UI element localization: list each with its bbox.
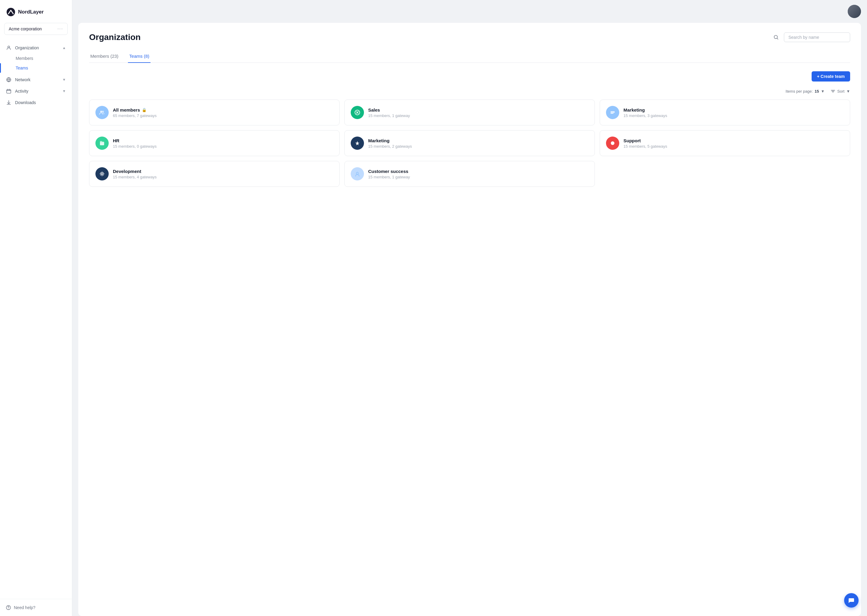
org-icon xyxy=(6,45,11,50)
org-chevron-icon: ▲ xyxy=(62,46,66,50)
sidebar-item-teams[interactable]: Teams xyxy=(16,63,72,73)
team-avatar xyxy=(95,167,109,181)
sidebar-item-downloads[interactable]: Downloads xyxy=(0,97,72,108)
logo-area: NordLayer xyxy=(0,0,72,23)
help-icon xyxy=(6,605,11,610)
team-avatar xyxy=(351,137,364,150)
team-name: HR xyxy=(113,138,156,143)
main-content: Organization Members (23) Teams (8) xyxy=(72,0,867,616)
downloads-nav-label: Downloads xyxy=(15,100,36,105)
team-card-customer-success[interactable]: Customer success 15 members, 1 gateway xyxy=(344,161,595,187)
search-input[interactable] xyxy=(784,33,850,42)
team-info: Support 15 members, 5 gateways xyxy=(623,138,667,149)
team-info: Sales 15 members, 1 gateway xyxy=(368,107,410,118)
lock-icon: 🔒 xyxy=(142,108,147,112)
network-chevron-icon: ▼ xyxy=(62,78,66,82)
team-info: Customer success 15 members, 1 gateway xyxy=(368,169,410,179)
team-info: All members🔒 65 members, 7 gateways xyxy=(113,107,156,118)
sidebar-item-network[interactable]: Network ▼ xyxy=(0,74,72,85)
team-card-marketing-1[interactable]: Marketing 15 members, 3 gateways xyxy=(600,99,850,126)
svg-point-7 xyxy=(102,111,104,113)
sort-icon xyxy=(831,89,835,94)
app-name: NordLayer xyxy=(18,9,44,15)
team-card-marketing-2[interactable]: Marketing 15 members, 2 gateways xyxy=(344,130,595,156)
svg-point-11 xyxy=(356,172,359,174)
search-area xyxy=(771,33,850,42)
sort-control[interactable]: Sort ▼ xyxy=(831,89,850,94)
nav-section-organization: Organization ▲ Members Teams xyxy=(0,42,72,73)
list-controls: Items per page: 15 ▼ Sort ▼ xyxy=(89,89,850,94)
teams-grid: All members🔒 65 members, 7 gateways Sale… xyxy=(89,99,850,187)
team-avatar xyxy=(606,137,619,150)
svg-point-10 xyxy=(101,173,103,175)
team-card-development[interactable]: Development 15 members, 4 gateways xyxy=(89,161,340,187)
download-icon xyxy=(6,100,11,105)
chat-icon xyxy=(848,597,854,603)
team-meta: 15 members, 0 gateways xyxy=(113,144,156,149)
team-name: Marketing xyxy=(623,107,667,113)
team-info: HR 15 members, 0 gateways xyxy=(113,138,156,149)
team-card-hr[interactable]: HR 15 members, 0 gateways xyxy=(89,130,340,156)
team-avatar xyxy=(95,106,109,119)
page-header: Organization xyxy=(89,33,850,42)
team-name: All members🔒 xyxy=(113,107,156,113)
activity-nav-label: Activity xyxy=(15,89,28,94)
svg-point-9 xyxy=(611,141,615,145)
team-card-all-members[interactable]: All members🔒 65 members, 7 gateways xyxy=(89,99,340,126)
sidebar-footer: Need help? xyxy=(0,599,72,616)
org-name: Acme corporation xyxy=(9,27,42,31)
topbar xyxy=(78,0,861,23)
svg-rect-3 xyxy=(6,90,11,93)
nordlayer-logo-icon xyxy=(6,7,16,17)
team-info: Marketing 15 members, 2 gateways xyxy=(368,138,412,149)
sidebar-item-organization[interactable]: Organization ▲ xyxy=(0,42,72,53)
svg-point-0 xyxy=(6,8,15,16)
svg-point-6 xyxy=(100,111,102,113)
page-title: Organization xyxy=(89,33,140,42)
tab-members[interactable]: Members (23) xyxy=(89,50,120,63)
content-panel: Organization Members (23) Teams (8) xyxy=(78,23,861,616)
user-avatar[interactable] xyxy=(848,5,861,18)
team-meta: 15 members, 3 gateways xyxy=(623,113,667,118)
team-avatar xyxy=(351,106,364,119)
team-name: Marketing xyxy=(368,138,412,143)
search-icon-button[interactable] xyxy=(771,33,781,42)
toolbar: + Create team xyxy=(89,71,850,82)
team-avatar xyxy=(606,106,619,119)
svg-point-1 xyxy=(8,46,9,48)
items-per-page-control[interactable]: Items per page: 15 ▼ xyxy=(786,89,825,94)
create-team-button[interactable]: + Create team xyxy=(812,71,850,82)
team-info: Marketing 15 members, 3 gateways xyxy=(623,107,667,118)
org-selector[interactable]: Acme corporation ··· xyxy=(4,23,68,35)
team-name: Sales xyxy=(368,107,410,113)
svg-point-5 xyxy=(774,36,777,39)
org-options-icon[interactable]: ··· xyxy=(57,26,63,31)
team-name: Support xyxy=(623,138,667,143)
sidebar: NordLayer Acme corporation ··· Organizat… xyxy=(0,0,72,616)
org-nav-label: Organization xyxy=(15,46,39,50)
team-meta: 65 members, 7 gateways xyxy=(113,113,156,118)
search-icon xyxy=(773,35,779,40)
sidebar-item-activity[interactable]: Activity ▼ xyxy=(0,85,72,97)
team-avatar xyxy=(351,167,364,181)
active-bar xyxy=(0,63,1,73)
chat-fab[interactable] xyxy=(844,593,859,608)
team-name: Development xyxy=(113,169,156,174)
sidebar-item-members[interactable]: Members xyxy=(16,53,72,63)
activity-chevron-icon: ▼ xyxy=(62,89,66,93)
tab-teams[interactable]: Teams (8) xyxy=(128,50,151,63)
network-icon xyxy=(6,77,11,82)
help-button[interactable]: Need help? xyxy=(6,605,66,610)
team-meta: 15 members, 2 gateways xyxy=(368,144,412,149)
sidebar-nav: Organization ▲ Members Teams xyxy=(0,40,72,599)
team-info: Development 15 members, 4 gateways xyxy=(113,169,156,179)
org-sub-nav: Members Teams xyxy=(0,53,72,73)
help-label: Need help? xyxy=(14,605,36,610)
team-meta: 15 members, 5 gateways xyxy=(623,144,667,149)
tabs: Members (23) Teams (8) xyxy=(89,50,850,63)
team-card-sales[interactable]: Sales 15 members, 1 gateway xyxy=(344,99,595,126)
team-meta: 15 members, 1 gateway xyxy=(368,175,410,179)
team-meta: 15 members, 1 gateway xyxy=(368,113,410,118)
team-name: Customer success xyxy=(368,169,410,174)
team-card-support[interactable]: Support 15 members, 5 gateways xyxy=(600,130,850,156)
